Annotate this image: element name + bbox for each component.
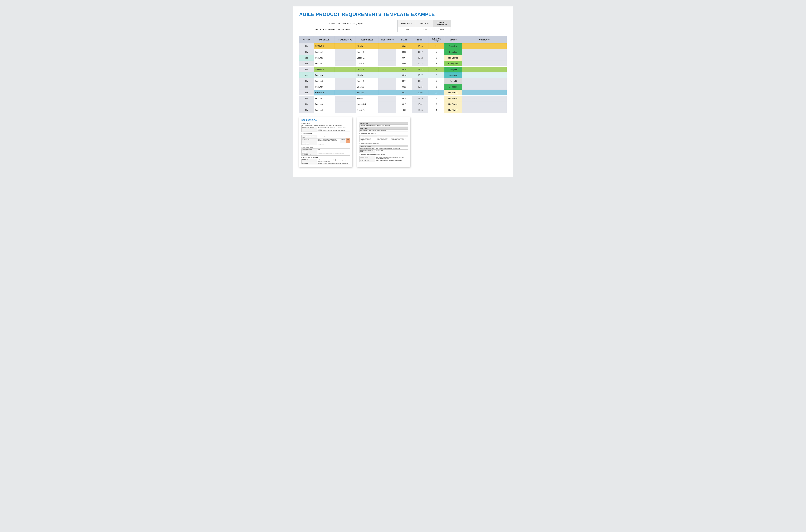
cell-col-finish[interactable]: 09/24 <box>412 66 428 72</box>
cell-col-finish[interactable]: 10/05 <box>412 90 428 96</box>
cell-col-status[interactable]: Approved <box>444 72 462 78</box>
table-row[interactable]: NoFeature 5Frank C.09/1709/215On Hold <box>299 78 507 84</box>
cell-col-status[interactable]: Complete <box>444 84 462 90</box>
end-date-value[interactable]: 10/10 <box>415 27 433 32</box>
cell-col-ftype[interactable] <box>335 66 356 72</box>
cell-col-start[interactable]: 09/09 <box>396 61 412 66</box>
cell-col-task[interactable]: Feature 7 <box>314 96 335 101</box>
cell-col-comm[interactable] <box>462 49 507 55</box>
cell-col-ftype[interactable] <box>335 49 356 55</box>
thumbnail-assumptions[interactable]: 5. ASSUMPTIONS AND CONSTRAINTS ASSUMPTIO… <box>357 117 410 167</box>
cell-col-comm[interactable] <box>462 78 507 84</box>
cell-col-dur[interactable]: 6 <box>428 96 444 101</box>
cell-col-start[interactable]: 10/02 <box>396 107 412 113</box>
cell-col-ftype[interactable] <box>335 78 356 84</box>
cell-col-task[interactable]: SPRINT 3 <box>314 90 335 96</box>
cell-col-story[interactable] <box>378 78 396 84</box>
start-date-value[interactable]: 09/02 <box>398 27 415 32</box>
cell-col-dur[interactable]: 2 <box>428 72 444 78</box>
cell-col-story[interactable] <box>378 66 396 72</box>
name-value[interactable]: Product Beta Tracking System <box>336 20 398 27</box>
cell-col-task[interactable]: Feature 8 <box>314 101 335 107</box>
cell-col-comm[interactable] <box>462 101 507 107</box>
cell-col-finish[interactable]: 09/13 <box>412 43 428 49</box>
table-row[interactable]: NoFeature 1Frank C.09/0309/075Complete <box>299 49 507 55</box>
cell-col-resp[interactable]: Jacob S. <box>356 55 378 61</box>
cell-col-task[interactable]: Feature 2 <box>314 55 335 61</box>
cell-col-ftype[interactable] <box>335 96 356 101</box>
cell-col-dur[interactable]: 5 <box>428 78 444 84</box>
cell-col-story[interactable] <box>378 61 396 66</box>
cell-col-finish[interactable]: 09/29 <box>412 96 428 101</box>
cell-col-start[interactable]: 09/24 <box>396 90 412 96</box>
cell-col-finish[interactable]: 09/21 <box>412 78 428 84</box>
cell-col-status[interactable]: Not Started <box>444 90 462 96</box>
cell-col-resp[interactable]: Jacob S. <box>356 107 378 113</box>
cell-col-finish[interactable]: 09/17 <box>412 72 428 78</box>
cell-col-start[interactable]: 09/17 <box>396 78 412 84</box>
cell-col-resp[interactable]: Shari W. <box>356 84 378 90</box>
cell-col-risk[interactable]: No <box>299 66 314 72</box>
cell-col-status[interactable]: Not Started <box>444 96 462 101</box>
cell-col-status[interactable]: Not Started <box>444 55 462 61</box>
cell-col-risk[interactable]: Yes <box>299 72 314 78</box>
table-row[interactable]: NoFeature 8Kennedy K.09/2710/026Not Star… <box>299 101 507 107</box>
cell-col-finish[interactable]: 09/13 <box>412 61 428 66</box>
cell-col-story[interactable] <box>378 107 396 113</box>
cell-col-dur[interactable]: 4 <box>428 107 444 113</box>
cell-col-resp[interactable]: Kennedy K. <box>356 101 378 107</box>
cell-col-story[interactable] <box>378 49 396 55</box>
cell-col-task[interactable]: Feature 5 <box>314 78 335 84</box>
cell-col-risk[interactable]: No <box>299 101 314 107</box>
cell-col-start[interactable]: 09/03 <box>396 49 412 55</box>
cell-col-finish[interactable]: 10/02 <box>412 101 428 107</box>
cell-col-finish[interactable]: 09/07 <box>412 49 428 55</box>
table-row[interactable]: YesFeature 4Alex B.09/1609/172Approved <box>299 72 507 78</box>
cell-col-risk[interactable]: Yes <box>299 55 314 61</box>
cell-col-dur[interactable]: 6 <box>428 55 444 61</box>
cell-col-ftype[interactable] <box>335 43 356 49</box>
cell-col-ftype[interactable] <box>335 55 356 61</box>
cell-col-risk[interactable]: No <box>299 96 314 101</box>
cell-col-story[interactable] <box>378 84 396 90</box>
cell-col-resp[interactable]: Alex B. <box>356 72 378 78</box>
cell-col-finish[interactable]: 09/12 <box>412 55 428 61</box>
cell-col-status[interactable]: Not Started <box>444 107 462 113</box>
cell-col-dur[interactable]: 5 <box>428 61 444 66</box>
cell-col-dur[interactable]: 3 <box>428 84 444 90</box>
table-row[interactable]: NoFeature 7Alex B.09/2409/296Not Started <box>299 96 507 101</box>
cell-col-status[interactable]: In Progress <box>444 61 462 66</box>
cell-col-ftype[interactable] <box>335 72 356 78</box>
cell-col-resp[interactable]: Jacob S. <box>356 61 378 66</box>
cell-col-start[interactable]: 09/07 <box>396 55 412 61</box>
cell-col-comm[interactable] <box>462 55 507 61</box>
cell-col-risk[interactable]: No <box>299 49 314 55</box>
cell-col-task[interactable]: Feature 9 <box>314 107 335 113</box>
cell-col-story[interactable] <box>378 55 396 61</box>
cell-col-dur[interactable]: 5 <box>428 49 444 55</box>
cell-col-start[interactable]: 09/16 <box>396 72 412 78</box>
progress-value[interactable]: 35% <box>433 27 451 32</box>
cell-col-story[interactable] <box>378 43 396 49</box>
cell-col-risk[interactable]: No <box>299 43 314 49</box>
cell-col-resp[interactable]: Frank C. <box>356 49 378 55</box>
table-row[interactable]: NoSPRINT 1Alex B.09/0309/1311Complete <box>299 43 507 49</box>
cell-col-dur[interactable]: 6 <box>428 101 444 107</box>
pm-value[interactable]: Brent Williams <box>336 27 398 32</box>
cell-col-comm[interactable] <box>462 84 507 90</box>
cell-col-task[interactable]: Feature 3 <box>314 61 335 66</box>
cell-col-dur[interactable]: 11 <box>428 43 444 49</box>
cell-col-comm[interactable] <box>462 66 507 72</box>
cell-col-status[interactable]: Complete <box>444 66 462 72</box>
cell-col-status[interactable]: Complete <box>444 43 462 49</box>
cell-col-comm[interactable] <box>462 96 507 101</box>
cell-col-risk[interactable]: No <box>299 84 314 90</box>
cell-col-comm[interactable] <box>462 90 507 96</box>
cell-col-risk[interactable]: No <box>299 78 314 84</box>
cell-col-comm[interactable] <box>462 72 507 78</box>
cell-col-status[interactable]: Not Started <box>444 101 462 107</box>
cell-col-ftype[interactable] <box>335 101 356 107</box>
table-row[interactable]: NoFeature 3Jacob S.09/0909/135In Progres… <box>299 61 507 66</box>
cell-col-comm[interactable] <box>462 61 507 66</box>
cell-col-finish[interactable]: 09/24 <box>412 84 428 90</box>
